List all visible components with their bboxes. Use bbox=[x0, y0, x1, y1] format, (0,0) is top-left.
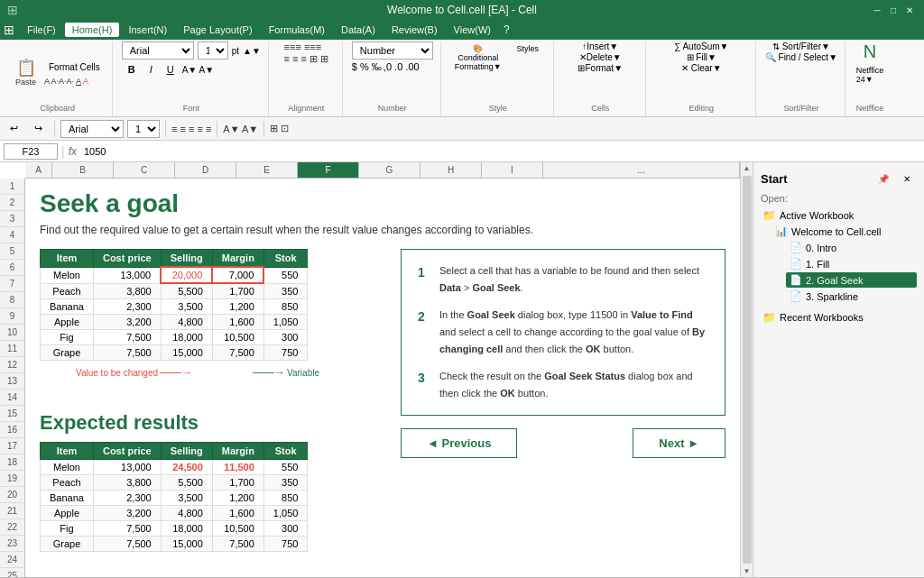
next-button[interactable]: Next ► bbox=[633, 428, 725, 458]
toolbar-fontsize-select[interactable]: 10.0 bbox=[127, 120, 160, 138]
instructions-box: 1 Select a cell that has a variable to b… bbox=[401, 249, 725, 416]
delete-dropdown: ✕Delete▼ bbox=[579, 52, 622, 62]
title-bar: ⊞ Welcome to Cell.cell [EA] - Cell ─ □ ✕ bbox=[0, 0, 924, 20]
row-number: 12 bbox=[0, 357, 24, 373]
bold-button[interactable]: B bbox=[122, 60, 142, 78]
netffice-label: Netffice24▼ bbox=[856, 66, 883, 84]
step1-num: 1 bbox=[418, 262, 432, 296]
toolbar-undo-btn[interactable]: ↩ bbox=[4, 120, 24, 138]
panel-pin-btn[interactable]: 📌 bbox=[872, 170, 895, 188]
window-title: Welcome to Cell.cell [EA] - Cell bbox=[387, 4, 537, 16]
styles-button[interactable]: Styles bbox=[510, 41, 546, 69]
panel-controls: 📌 ✕ bbox=[872, 170, 917, 188]
table-cell: 3,500 bbox=[161, 299, 212, 315]
alignment-label: Alignment bbox=[288, 104, 324, 115]
menu-page-layout[interactable]: Page Layout(P) bbox=[176, 23, 259, 37]
table-cell: 750 bbox=[263, 345, 308, 361]
side-panel-file-item[interactable]: 📄 2. Goal Seek bbox=[786, 272, 917, 288]
font-family-select[interactable]: Arial bbox=[122, 41, 194, 60]
menu-formulas[interactable]: Formulas(M) bbox=[262, 23, 332, 37]
two-col-layout: Item Cost price Selling Margin Stok Melo… bbox=[40, 249, 725, 557]
menu-home[interactable]: Home(H) bbox=[65, 23, 120, 37]
active-workbook-folder[interactable]: 📁 Active Workbook bbox=[761, 207, 917, 224]
toolbar-redo-btn[interactable]: ↪ bbox=[28, 120, 49, 138]
font-color-buttons: A▼ A▼ bbox=[182, 65, 214, 75]
panel-title: Start bbox=[761, 172, 788, 186]
recent-workbooks-folder[interactable]: 📁 Recent Workbooks bbox=[761, 309, 917, 326]
table-cell: 2,300 bbox=[93, 299, 161, 315]
workbook-file-item[interactable]: 📊 Welcome to Cell.cell bbox=[775, 224, 917, 239]
toolbar-font-select[interactable]: Arial bbox=[60, 120, 124, 138]
sort-btn: ⇅ Sort/Filter▼ bbox=[772, 41, 830, 51]
table-cell: 1,600 bbox=[212, 315, 263, 330]
menu-file[interactable]: File(F) bbox=[20, 23, 63, 37]
file-icon: 📄 bbox=[790, 258, 802, 270]
file-icon: 📄 bbox=[790, 242, 802, 253]
row-number: 7 bbox=[0, 276, 24, 292]
maximize-button[interactable]: □ bbox=[886, 3, 901, 17]
toolbar-align-icons: ≡ ≡ ≡ ≡ ≡ bbox=[171, 124, 211, 134]
row-number: 4 bbox=[0, 227, 24, 243]
font-size-select[interactable]: 10.0 bbox=[198, 41, 228, 60]
row-number: 22 bbox=[0, 519, 24, 536]
italic-button[interactable]: I bbox=[143, 60, 159, 78]
panel-close-btn[interactable]: ✕ bbox=[897, 170, 917, 188]
scroll-up-btn[interactable]: ▲ bbox=[742, 162, 753, 174]
recent-workbooks-label: Recent Workbooks bbox=[780, 312, 864, 323]
table-cell: Fig bbox=[41, 330, 94, 345]
workbook-file-name: Welcome to Cell.cell bbox=[791, 226, 881, 237]
minimize-button[interactable]: ─ bbox=[870, 3, 884, 17]
expected-table-cell: 3,800 bbox=[93, 475, 161, 491]
netffice-ribbon-label: Netffice bbox=[856, 104, 883, 115]
ribbon-style: 🎨 ConditionalFormatting▼ Styles Style bbox=[443, 41, 554, 116]
number-format-select[interactable]: Number bbox=[352, 41, 433, 60]
netffice-icon: N bbox=[864, 41, 876, 62]
formula-bar: F23 | fx bbox=[0, 141, 924, 162]
format-cells-button[interactable]: Format Cells bbox=[44, 60, 105, 75]
table-cell: 20,000 bbox=[161, 267, 212, 283]
expected-table-cell: 3,500 bbox=[161, 491, 212, 506]
table-cell: Peach bbox=[41, 283, 94, 299]
underline-button[interactable]: U bbox=[161, 60, 180, 78]
menu-review[interactable]: Review(B) bbox=[384, 23, 445, 37]
table-cell: 18,000 bbox=[161, 330, 212, 345]
col-headers: A B C D E F G H I ... bbox=[25, 162, 740, 179]
close-button[interactable]: ✕ bbox=[902, 3, 917, 17]
formula-input[interactable] bbox=[80, 143, 920, 160]
app-icon: ⊞ bbox=[7, 3, 18, 17]
annotations: Value to be changed ——→ ——→ Variable bbox=[40, 366, 374, 393]
toolbar-sep1 bbox=[54, 121, 55, 137]
paste-icon: 📋 bbox=[16, 60, 36, 76]
cells-label: Cells bbox=[591, 104, 609, 115]
table-cell: 4,800 bbox=[161, 315, 212, 330]
expected-table-cell: 1,600 bbox=[212, 506, 263, 521]
expected-table-cell: 18,000 bbox=[161, 521, 212, 537]
table-cell: 3,200 bbox=[93, 315, 161, 330]
conditional-format-button[interactable]: 🎨 ConditionalFormatting▼ bbox=[450, 41, 506, 69]
expected-table-cell: 2,300 bbox=[93, 491, 161, 506]
v-scrollbar[interactable]: ▲ ▼ bbox=[740, 162, 753, 577]
menu-insert[interactable]: Insert(N) bbox=[121, 23, 174, 37]
side-panel-file-item[interactable]: 📄 0. Intro bbox=[786, 240, 917, 255]
table-cell: Banana bbox=[41, 299, 94, 315]
side-panel-file-item[interactable]: 📄 3. Sparkline bbox=[786, 289, 917, 304]
expected-title: Expected results bbox=[40, 411, 374, 435]
menu-data[interactable]: Data(A) bbox=[334, 23, 383, 37]
scroll-down-btn[interactable]: ▼ bbox=[742, 565, 753, 577]
col-E: E bbox=[236, 162, 298, 178]
main-area: A B C D E F G H I ... 123456789101112131… bbox=[0, 162, 924, 577]
cell-reference[interactable]: F23 bbox=[4, 143, 58, 160]
col-A: A bbox=[25, 162, 52, 178]
row-numbers: 1234567891011121314151617181920212223242… bbox=[0, 179, 25, 577]
expected-table-cell: 550 bbox=[263, 460, 308, 475]
file-label: 2. Goal Seek bbox=[806, 275, 864, 286]
previous-button[interactable]: ◄ Previous bbox=[401, 428, 517, 458]
row-number: 1 bbox=[0, 179, 24, 195]
ribbon-editing: ∑ AutoSum▼ ⊞ Fill▼ ✕ Clear▼ Editing bbox=[648, 41, 756, 116]
scroll-thumb[interactable] bbox=[743, 176, 752, 564]
paste-button[interactable]: 📋 Paste bbox=[11, 57, 41, 89]
font-size-spinner: ▲▼ bbox=[243, 46, 261, 56]
number-label: Number bbox=[378, 104, 407, 115]
menu-view[interactable]: View(W) bbox=[447, 23, 498, 37]
side-panel-file-item[interactable]: 📄 1. Fill bbox=[786, 256, 917, 271]
